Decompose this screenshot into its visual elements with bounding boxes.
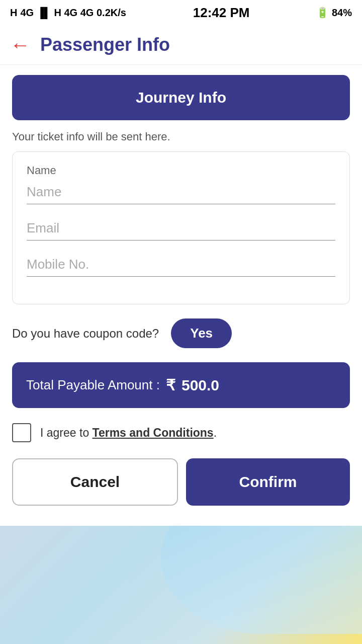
total-amount-box: Total Payable Amount : ₹ 500.0 — [12, 362, 350, 408]
page-title: Passenger Info — [40, 34, 170, 55]
signal-icon: H — [10, 7, 17, 19]
status-bar: H 4G ▐▌ H 4G 4G 0.2K/s 12:42 PM 🔋 84% — [0, 0, 362, 25]
battery-icon: 🔋 84% — [316, 7, 352, 19]
mobile-input[interactable] — [27, 253, 335, 277]
yes-coupon-button[interactable]: Yes — [171, 318, 232, 348]
signal-bars-icon: ▐▌ — [37, 7, 51, 19]
total-label: Total Payable Amount : — [26, 377, 160, 393]
button-row: Cancel Confirm — [12, 458, 350, 506]
name-group: Name — [27, 164, 335, 204]
network-4g-icon: 4G — [20, 7, 34, 19]
amount-value: 500.0 — [182, 377, 219, 394]
email-group — [27, 216, 335, 240]
header: ← Passenger Info — [0, 25, 362, 65]
status-time: 12:42 PM — [193, 5, 250, 21]
mobile-group — [27, 253, 335, 277]
journey-info-button[interactable]: Journey Info — [12, 75, 350, 120]
back-button[interactable]: ← — [10, 35, 30, 55]
data-speed: H 4G 4G 0.2K/s — [54, 7, 126, 19]
form-card: Name — [12, 151, 350, 304]
name-label: Name — [27, 164, 335, 177]
terms-checkbox[interactable] — [12, 423, 31, 442]
coupon-row: Do you have coupon code? Yes — [12, 318, 350, 348]
terms-link[interactable]: Terms and Conditions — [93, 426, 214, 439]
ticket-info-text: Your ticket info will be sent here. — [12, 130, 350, 143]
rupee-icon: ₹ — [166, 376, 175, 394]
terms-text: I agree to Terms and Conditions. — [40, 426, 217, 440]
main-content: Journey Info Your ticket info will be se… — [0, 65, 362, 526]
terms-row: I agree to Terms and Conditions. — [12, 423, 350, 442]
name-input[interactable] — [27, 180, 335, 204]
email-input[interactable] — [27, 216, 335, 240]
coupon-question: Do you have coupon code? — [12, 327, 159, 341]
status-right: 🔋 84% — [316, 7, 352, 19]
status-left: H 4G ▐▌ H 4G 4G 0.2K/s — [10, 7, 126, 19]
cancel-button[interactable]: Cancel — [12, 458, 178, 506]
confirm-button[interactable]: Confirm — [186, 458, 350, 506]
